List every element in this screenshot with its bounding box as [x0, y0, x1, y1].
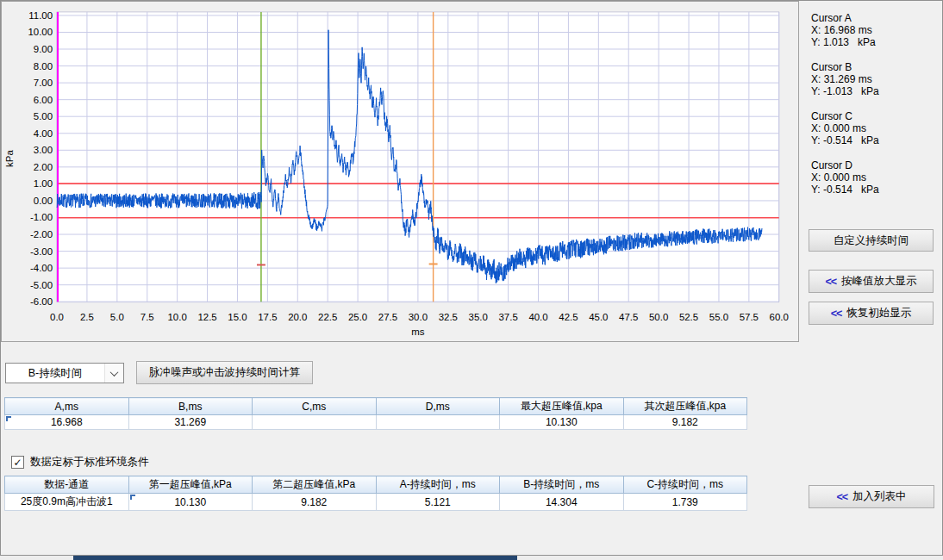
- table-cell[interactable]: [253, 415, 377, 430]
- cursor-readout-b: Cursor BX: 31.269 msY: -1.013 kPa: [811, 61, 879, 97]
- svg-text:40.0: 40.0: [528, 312, 547, 322]
- app-window: -6.00-5.00-4.00-3.00-2.00-1.000.001.002.…: [0, 0, 943, 560]
- svg-text:9.00: 9.00: [34, 44, 53, 54]
- table-column-header: A,ms: [5, 398, 129, 415]
- table-cell[interactable]: 25度0.9m高冲击波1: [5, 494, 129, 511]
- table-cell[interactable]: 14.304: [500, 494, 624, 511]
- svg-text:60.0: 60.0: [770, 312, 789, 322]
- svg-text:7.00: 7.00: [34, 78, 53, 88]
- svg-text:55.0: 55.0: [709, 312, 728, 322]
- custom-duration-label: 自定义持续时间: [834, 233, 909, 248]
- table-cell[interactable]: 1.739: [623, 494, 747, 511]
- cursor-title: Cursor B: [811, 61, 879, 73]
- waveform-chart[interactable]: -6.00-5.00-4.00-3.00-2.00-1.000.001.002.…: [2, 2, 798, 341]
- svg-text:47.5: 47.5: [619, 312, 638, 322]
- table-cell[interactable]: 5.121: [376, 494, 500, 511]
- cursor-title: Cursor C: [811, 110, 879, 122]
- table-column-header: B,ms: [128, 398, 253, 415]
- zoom-to-peak-label: 按峰值放大显示: [841, 274, 917, 289]
- svg-text:37.5: 37.5: [498, 312, 517, 322]
- table-cell[interactable]: 16.968: [5, 415, 129, 430]
- standard-env-checkbox-label: 数据定标于标准环境条件: [30, 455, 149, 470]
- svg-text:3.00: 3.00: [34, 145, 53, 155]
- x-axis-label: ms: [411, 327, 425, 337]
- duration-type-value: B-持续时间: [6, 366, 104, 381]
- svg-text:0.0: 0.0: [50, 312, 64, 322]
- svg-text:2.00: 2.00: [34, 162, 53, 172]
- svg-text:22.5: 22.5: [318, 312, 337, 322]
- standard-env-checkbox-row[interactable]: 数据定标于标准环境条件: [11, 455, 149, 470]
- table-cell[interactable]: 10.130: [500, 415, 624, 430]
- svg-text:15.0: 15.0: [228, 312, 247, 322]
- table-column-header: 其次超压峰值,kpa: [623, 398, 747, 415]
- chart-widget: -6.00-5.00-4.00-3.00-2.00-1.000.001.002.…: [1, 1, 799, 342]
- svg-text:20.0: 20.0: [288, 312, 307, 322]
- svg-text:-3.00: -3.00: [30, 246, 53, 257]
- table-row: 25度0.9m高冲击波110.1309.1825.12114.3041.739: [5, 494, 747, 511]
- svg-text:8.00: 8.00: [34, 61, 53, 72]
- table-column-header: 最大超压峰值,kpa: [500, 398, 624, 415]
- table-column-header: B-持续时间，ms: [500, 476, 624, 494]
- y-axis-label: kPa: [4, 150, 15, 167]
- svg-text:10.0: 10.0: [168, 312, 187, 322]
- cursor-readout-a: Cursor AX: 16.968 msY: 1.013 kPa: [811, 12, 879, 48]
- restore-initial-view-button[interactable]: << 恢复初始显示: [809, 302, 934, 325]
- table-cell[interactable]: 9.182: [623, 415, 747, 430]
- table-cell[interactable]: [376, 415, 500, 430]
- svg-text:30.0: 30.0: [409, 312, 428, 322]
- chevron-down-icon[interactable]: [104, 364, 123, 383]
- svg-text:-1.00: -1.00: [30, 212, 53, 222]
- restore-initial-view-label: 恢复初始显示: [846, 306, 911, 320]
- channel-results-table: 数据-通道第一超压峰值,kPa第二超压峰值,kPaA-持续时间，msB-持续时间…: [4, 476, 747, 511]
- table-cell[interactable]: 31.269: [128, 415, 253, 430]
- cursor-readout-panel: Cursor AX: 16.968 msY: 1.013 kPaCursor B…: [811, 12, 879, 208]
- cursor-y-value: Y: -1.013 kPa: [811, 85, 879, 97]
- add-to-list-button[interactable]: << 加入列表中: [809, 485, 934, 508]
- cursor-readout-c: Cursor CX: 0.000 msY: -0.514 kPa: [811, 110, 879, 146]
- svg-text:5.0: 5.0: [110, 312, 124, 322]
- calc-duration-label: 脉冲噪声或冲击波持续时间计算: [149, 365, 300, 380]
- svg-text:35.0: 35.0: [469, 312, 488, 322]
- table-row: 16.96831.26910.1309.182: [5, 415, 747, 430]
- cursor-results-table: A,msB,msC,msD,ms最大超压峰值,kpa其次超压峰值,kpa16.9…: [4, 397, 747, 430]
- svg-text:-6.00: -6.00: [30, 296, 53, 307]
- checkbox-check-icon[interactable]: [11, 456, 24, 469]
- svg-text:10.00: 10.00: [28, 27, 53, 37]
- cursor-x-value: X: 0.000 ms: [811, 122, 879, 134]
- double-chevron-left-icon: <<: [836, 491, 847, 503]
- cursor-y-value: Y: 1.013 kPa: [811, 36, 879, 48]
- custom-duration-button[interactable]: 自定义持续时间: [809, 229, 934, 252]
- calc-duration-button[interactable]: 脉冲噪声或冲击波持续时间计算: [136, 361, 313, 384]
- zoom-to-peak-button[interactable]: << 按峰值放大显示: [809, 270, 934, 293]
- cursor-readout-d: Cursor DX: 0.000 msY: -0.514 kPa: [811, 159, 879, 196]
- svg-text:-2.00: -2.00: [30, 229, 53, 240]
- cursor-x-value: X: 0.000 ms: [811, 171, 879, 184]
- duration-type-select[interactable]: B-持续时间: [5, 363, 124, 383]
- svg-text:-4.00: -4.00: [30, 263, 53, 273]
- svg-text:52.5: 52.5: [679, 312, 698, 322]
- cursor-x-value: X: 31.269 ms: [811, 73, 879, 85]
- analysis-panel: -6.00-5.00-4.00-3.00-2.00-1.000.001.002.…: [0, 0, 943, 556]
- svg-text:27.5: 27.5: [378, 312, 397, 322]
- svg-text:-5.00: -5.00: [30, 280, 53, 290]
- svg-text:0.00: 0.00: [34, 196, 53, 206]
- table-cell[interactable]: 9.182: [253, 494, 377, 511]
- svg-text:4.00: 4.00: [34, 128, 53, 139]
- table-column-header: 数据-通道: [5, 476, 129, 494]
- svg-text:2.5: 2.5: [80, 312, 94, 322]
- background-window-edge: [73, 556, 517, 560]
- svg-text:25.0: 25.0: [348, 312, 367, 322]
- svg-text:50.0: 50.0: [649, 312, 668, 322]
- double-chevron-left-icon: <<: [831, 308, 842, 320]
- svg-text:1.00: 1.00: [34, 178, 53, 189]
- cursor-y-value: Y: -0.514 kPa: [811, 184, 879, 196]
- svg-text:17.5: 17.5: [258, 312, 277, 322]
- table-column-header: D,ms: [376, 398, 500, 415]
- svg-text:11.00: 11.00: [28, 10, 53, 21]
- svg-text:6.00: 6.00: [34, 95, 53, 105]
- add-to-list-label: 加入列表中: [852, 489, 907, 504]
- svg-text:42.5: 42.5: [559, 312, 578, 322]
- table-column-header: C,ms: [253, 398, 377, 415]
- table-cell[interactable]: 10.130: [128, 494, 253, 511]
- cursor-title: Cursor D: [811, 159, 879, 171]
